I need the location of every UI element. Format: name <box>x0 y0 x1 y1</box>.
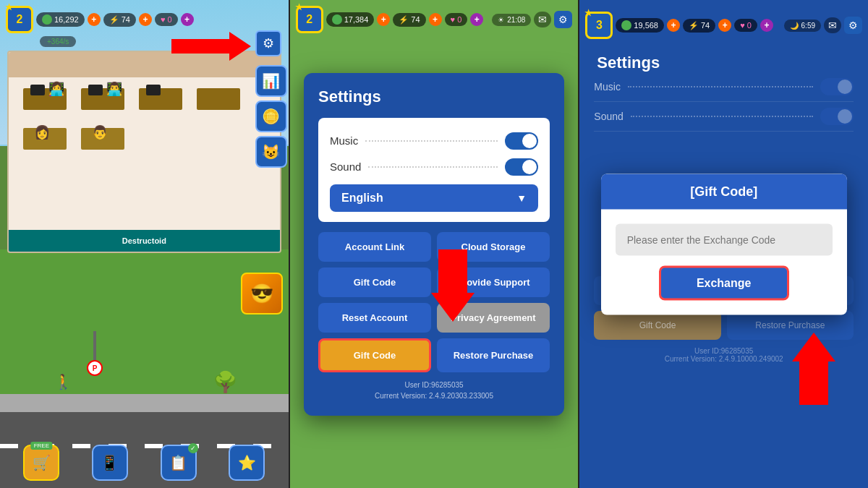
p2-mail-btn[interactable]: ✉ <box>534 12 551 27</box>
sidebar-item-1[interactable]: 📊 <box>255 65 287 97</box>
sidewalk <box>0 394 289 412</box>
p3-music-label: Music <box>594 81 621 93</box>
bottom-toolbar: 🛒 FREE 📱 📋 ✓ ⭐ <box>0 445 289 481</box>
settings-toggles: Music Sound English ▼ <box>318 118 550 222</box>
ad-character[interactable]: 😎 <box>241 273 283 314</box>
gift-code-body: Exchange <box>601 209 847 314</box>
monitor-1 <box>30 85 45 95</box>
store-sign: Destructoid <box>122 236 166 245</box>
svg-marker-0 <box>171 32 251 61</box>
exchange-code-input[interactable] <box>616 223 833 255</box>
p2-hearts: ♥ 0 <box>445 13 468 26</box>
p3-time: 🌙 6:59 <box>784 20 821 32</box>
sidebar-items: 📊 🪙 😺 <box>255 65 287 168</box>
settings-overlay: Settings Music Sound English ▼ <box>290 0 579 488</box>
sound-row: Sound <box>330 154 538 180</box>
music-dots <box>365 140 498 142</box>
p3-add-hearts[interactable]: + <box>760 19 773 32</box>
p3-hearts: ♥ 0 <box>734 19 757 32</box>
p3-add-money[interactable]: + <box>667 19 680 32</box>
sound-toggle[interactable] <box>505 158 538 176</box>
language-select[interactable]: English ▼ <box>330 184 538 212</box>
p2-money: 17,384 <box>326 12 375 27</box>
p3-gift-code-btn: Gift Code <box>594 311 720 340</box>
check-badge: ✓ <box>188 443 198 453</box>
gift-code-panel-container: 3 19,568 + ⚡ 74 + ♥ 0 + 🌙 6:59 ✉ ⚙ Setti… <box>579 0 868 488</box>
p2-add-lightning[interactable]: + <box>429 13 442 26</box>
street-sign: P <box>87 331 103 376</box>
arrow-right-indicator <box>171 32 251 61</box>
version-info: User ID:96285035 Current Version: 2.4.9.… <box>318 380 550 401</box>
add-lightning-btn[interactable]: + <box>139 13 152 26</box>
hearts-display: ♥ 0 <box>155 13 178 26</box>
monitor-2 <box>88 85 103 95</box>
money-display: 16,292 <box>36 12 85 27</box>
star-icon: ⭐ <box>238 454 256 471</box>
sidebar-item-3[interactable]: 😺 <box>255 136 287 168</box>
walking-person: 🚶 <box>54 373 72 390</box>
sun-icon: ☀ <box>498 16 504 24</box>
p3-coin-icon <box>621 20 631 30</box>
p3-sound-label: Sound <box>594 111 623 122</box>
p2-level-badge: 2 <box>296 6 323 33</box>
p2-time: ☀ 21:08 <box>492 14 531 26</box>
account-link-btn[interactable]: Account Link <box>318 232 431 262</box>
character-1: 👩‍💻 <box>48 81 64 97</box>
music-toggle[interactable] <box>505 132 538 150</box>
p3-sound-row: Sound <box>594 102 854 132</box>
p3-settings-btn[interactable]: ⚙ <box>844 17 862 34</box>
language-value: English <box>341 192 383 205</box>
device-icon-btn[interactable]: 📱 <box>92 445 128 481</box>
p2-add-money[interactable]: + <box>377 13 390 26</box>
exchange-button[interactable]: Exchange <box>659 265 789 300</box>
restore-purchase-btn[interactable]: Restore Purchase <box>437 338 550 372</box>
p2-coin-icon <box>332 14 342 25</box>
interior: 👩‍💻 👨‍💻 👩 👨 <box>9 77 280 230</box>
sound-dots <box>368 166 498 168</box>
settings-panel-container: 2 17,384 + ⚡ 74 + ♥ 0 + ☀ 21:08 ✉ ⚙ Sett… <box>290 0 579 488</box>
arrow-up-indicator <box>792 333 835 405</box>
gift-code-btn2[interactable]: Gift Code <box>318 267 431 297</box>
music-label: Music <box>330 134 358 147</box>
settings-gear-btn[interactable]: ⚙ <box>255 30 281 56</box>
level-badge: 2 <box>6 6 33 33</box>
heart-icon: ♥ <box>161 15 166 24</box>
p3-add-lightning[interactable]: + <box>718 19 731 32</box>
svg-marker-2 <box>792 333 835 405</box>
p3-money: 19,568 <box>616 18 664 33</box>
game-panel: Destructoid 👩‍💻 👨‍💻 👩 👨 📊 🪙 <box>0 0 289 488</box>
gift-code-main-btn[interactable]: Gift Code <box>318 338 431 372</box>
reset-account-btn[interactable]: Reset Account <box>318 303 431 333</box>
building-base-strip: Destructoid <box>9 230 280 252</box>
p2-settings-btn[interactable]: ⚙ <box>554 11 572 28</box>
gift-code-popup: [Gift Code] Exchange <box>601 174 847 314</box>
p3-mail-btn[interactable]: ✉ <box>824 17 841 33</box>
lightning-display: ⚡ 74 <box>103 13 136 27</box>
add-money-btn[interactable]: + <box>88 13 101 26</box>
p3-lightning: ⚡ 74 <box>683 19 715 33</box>
add-hearts-btn[interactable]: + <box>181 13 194 26</box>
p3-moon-icon: 🌙 <box>790 22 799 30</box>
desk-4 <box>197 88 240 110</box>
p3-sound-dots <box>631 116 813 117</box>
settings-modal: Settings Music Sound English ▼ <box>304 73 564 416</box>
gift-code-title: [Gift Code] <box>601 174 847 209</box>
p3-settings-title: Settings <box>585 45 862 81</box>
p2-add-hearts[interactable]: + <box>470 13 483 26</box>
p3-header-area: 3 19,568 + ⚡ 74 + ♥ 0 + 🌙 6:59 ✉ ⚙ Setti… <box>585 6 862 81</box>
rate-display: +364/s <box>40 36 76 47</box>
office-building: Destructoid 👩‍💻 👨‍💻 👩 👨 <box>7 51 281 253</box>
character-4: 👨 <box>92 124 108 140</box>
missions-icon: 📋 <box>169 454 187 471</box>
basket-icon: 🛒 <box>33 454 51 471</box>
coin-icon <box>42 14 52 25</box>
p3-lightning-icon: ⚡ <box>689 21 699 30</box>
shop-icon-btn[interactable]: 🛒 FREE <box>23 445 59 481</box>
missions-icon-btn[interactable]: 📋 ✓ <box>161 445 197 481</box>
character-2: 👨‍💻 <box>106 81 122 97</box>
p2-lightning-icon: ⚡ <box>399 15 409 25</box>
sidebar-item-2[interactable]: 🪙 <box>255 100 287 132</box>
achievements-icon-btn[interactable]: ⭐ <box>229 445 265 481</box>
p3-sound-toggle <box>820 108 854 125</box>
top-hud: 2 16,292 + ⚡ 74 + ♥ 0 + <box>6 6 283 33</box>
